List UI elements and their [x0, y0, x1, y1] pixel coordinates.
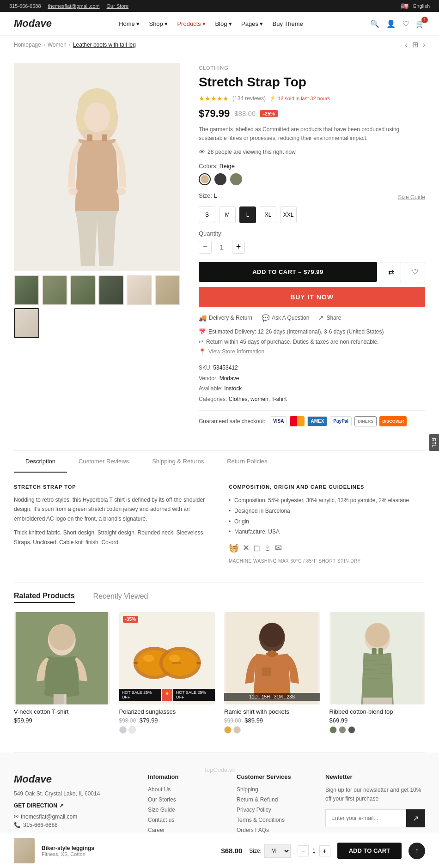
- account-icon[interactable]: 👤: [386, 19, 396, 28]
- hot-sale-fire: 🔥: [162, 689, 172, 701]
- swatch-tan[interactable]: [233, 726, 241, 734]
- view-store-link[interactable]: View Store Information: [208, 347, 264, 357]
- return-refund-link[interactable]: Return & Refund: [237, 796, 278, 803]
- sticky-qty-increase[interactable]: +: [319, 845, 330, 856]
- nav-home[interactable]: Home ▾: [119, 20, 140, 27]
- share-link[interactable]: ↗ Share: [318, 314, 341, 322]
- sticky-size-select[interactable]: M S L XL: [264, 844, 291, 858]
- thumbnail-2[interactable]: [42, 275, 67, 305]
- privacy-policy-link[interactable]: Privacy Policy: [237, 807, 271, 813]
- svg-point-23: [169, 655, 180, 662]
- thumbnail-1[interactable]: [14, 275, 39, 305]
- breadcrumb-home[interactable]: Homepage: [14, 42, 41, 48]
- cart-icon[interactable]: 🛒 1: [416, 19, 425, 28]
- rtl-tab[interactable]: RTL: [429, 434, 439, 451]
- scroll-top-button[interactable]: ↑: [409, 843, 425, 859]
- get-direction-link[interactable]: GET DIRECTION ↗: [14, 802, 134, 809]
- footer-email: ✉ themesflat@gmail.com: [14, 813, 134, 820]
- store-link[interactable]: Our Store: [107, 3, 129, 9]
- nav-shop[interactable]: Shop ▾: [149, 20, 168, 27]
- product-card-3[interactable]: 11D : 15H : 31M : 23S Ramie shirt with p…: [224, 612, 320, 734]
- share-icon: ↗: [318, 314, 324, 322]
- nav-blog[interactable]: Blog ▾: [215, 20, 232, 27]
- sticky-product-info: Biker-style leggings Fitness, XS, Cotton: [42, 845, 214, 857]
- newsletter-email-input[interactable]: [325, 809, 406, 827]
- top-bar-left: 315-666-6688 themesflat@gmail.com Our St…: [9, 3, 128, 9]
- swatch-grey[interactable]: [339, 726, 346, 734]
- product-card-image-1: [14, 612, 110, 704]
- buy-now-button[interactable]: BUY IT NOW: [199, 287, 425, 307]
- product-card-4[interactable]: Ribbed cotton-blend top $69.99: [329, 612, 426, 734]
- email-link[interactable]: themesflat@gmail.com: [48, 3, 100, 9]
- swatch-orange[interactable]: [224, 726, 232, 734]
- sticky-product-name: Biker-style leggings: [42, 845, 214, 851]
- size-s[interactable]: S: [199, 206, 215, 223]
- nav-buy-theme[interactable]: Buy Theme: [273, 20, 303, 27]
- delivery-return-link[interactable]: 🚚 Delivery & Return: [199, 314, 252, 322]
- tab-description[interactable]: Description: [14, 451, 67, 473]
- newsletter-submit-button[interactable]: ↗: [406, 809, 425, 827]
- svg-rect-19: [171, 662, 181, 664]
- svg-rect-21: [196, 662, 201, 664]
- our-stories-link[interactable]: Our Stories: [148, 796, 176, 803]
- compare-button[interactable]: ⇄: [381, 262, 401, 282]
- thumbnail-3[interactable]: [70, 275, 96, 305]
- recently-viewed-tab[interactable]: Recently Viewed: [93, 592, 148, 602]
- footer-phone-text: 315-666-6688: [23, 822, 58, 828]
- thumbnail-7[interactable]: [14, 308, 39, 338]
- color-swatch-dark[interactable]: [214, 173, 226, 185]
- svg-rect-27: [262, 668, 271, 676]
- shipping-link[interactable]: Shipping: [237, 786, 258, 793]
- language-label: English: [413, 3, 430, 9]
- rating-count[interactable]: (134 reviews): [232, 95, 266, 102]
- swatch-charcoal[interactable]: [348, 726, 355, 734]
- products-grid: V-neck cotton T-shirt $59.99 -35%: [14, 612, 425, 734]
- add-to-cart-button[interactable]: ADD TO CART – $79.99: [199, 262, 377, 282]
- breadcrumb-next[interactable]: ›: [423, 41, 425, 49]
- tab-reviews[interactable]: Customer Reviews: [67, 451, 140, 473]
- add-to-cart-row: ADD TO CART – $79.99 ⇄ ♡: [199, 262, 425, 282]
- swatch-olive-dark[interactable]: [329, 726, 337, 734]
- color-swatch-olive[interactable]: [230, 173, 242, 185]
- color-swatch-beige[interactable]: [199, 173, 211, 185]
- sticky-qty-decrease[interactable]: −: [298, 845, 309, 856]
- thumbnail-4[interactable]: [98, 275, 124, 305]
- thumbnail-6[interactable]: [155, 275, 180, 305]
- terms-link[interactable]: Terms & Conditions: [237, 817, 285, 823]
- categories-value: Clothes, women, T-shirt: [229, 396, 287, 402]
- sticky-size-section: Size: M S L XL: [249, 844, 291, 858]
- quantity-increase[interactable]: +: [232, 241, 245, 254]
- breadcrumb-grid[interactable]: ⊞: [412, 40, 418, 49]
- tab-return[interactable]: Return Policies: [215, 451, 279, 473]
- size-guide-link[interactable]: Size Guide: [148, 807, 175, 813]
- nav-products[interactable]: Products ▾: [177, 20, 206, 27]
- product-card-2[interactable]: -35% HOT SALE 25% OFF: [119, 612, 215, 734]
- related-products-tab[interactable]: Ralated Products: [14, 592, 75, 603]
- about-us-link[interactable]: About Us: [148, 786, 171, 793]
- breadcrumb-prev[interactable]: ‹: [405, 41, 407, 49]
- ask-question-link[interactable]: 💬 Ask A Question: [262, 314, 309, 322]
- nav-pages[interactable]: Pages ▾: [241, 20, 263, 27]
- contact-us-link[interactable]: Contact us: [148, 817, 174, 823]
- size-m[interactable]: M: [219, 206, 236, 223]
- composition-heading: COMPOSITION, ORIGIN AND CARE GUIDELINES: [229, 484, 425, 490]
- wishlist-button[interactable]: ♡: [405, 262, 425, 282]
- search-icon[interactable]: 🔍: [370, 19, 379, 28]
- sticky-add-to-cart-button[interactable]: ADD TO CART: [337, 843, 402, 859]
- size-guide-link[interactable]: Size Guide: [398, 194, 425, 200]
- breadcrumb-women[interactable]: Women: [48, 42, 67, 48]
- wishlist-icon[interactable]: ♡: [402, 19, 409, 28]
- size-xxl[interactable]: XXL: [280, 206, 297, 223]
- tab-shipping[interactable]: Shipping & Returns: [140, 451, 215, 473]
- size-xl[interactable]: XL: [260, 206, 276, 223]
- swatch-blue[interactable]: [119, 726, 127, 734]
- product-description: The garments labelled as Committed are p…: [199, 125, 425, 143]
- thumbnail-5[interactable]: [127, 275, 152, 305]
- sticky-product-meta: Fitness, XS, Cotton: [42, 851, 214, 857]
- product-card-1[interactable]: V-neck cotton T-shirt $59.99: [14, 612, 110, 734]
- size-l[interactable]: L: [239, 206, 256, 223]
- swatch-white[interactable]: [128, 726, 136, 734]
- card-current-price-3: $89.99: [244, 717, 263, 724]
- quantity-decrease[interactable]: −: [199, 241, 212, 254]
- logo[interactable]: Modave: [14, 18, 52, 30]
